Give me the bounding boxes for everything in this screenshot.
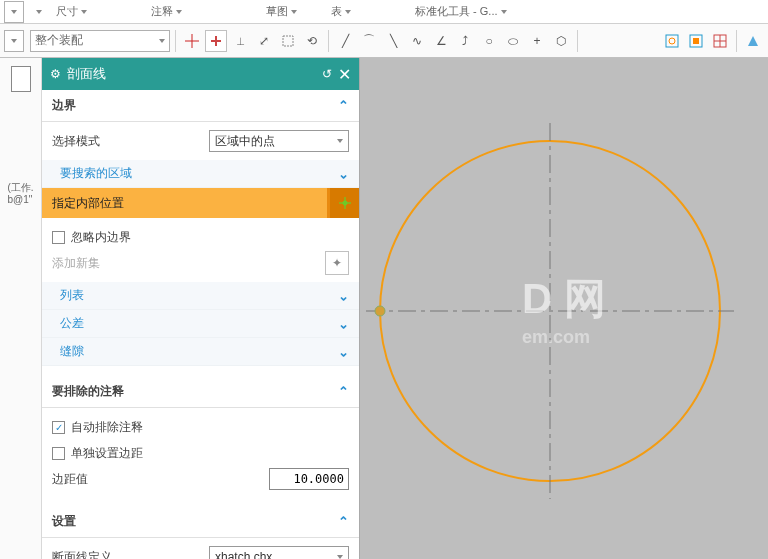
- tool-plus-icon[interactable]: [205, 30, 227, 52]
- auto-exclude-checkbox[interactable]: ✓: [52, 421, 65, 434]
- svg-rect-4: [283, 36, 293, 46]
- svg-marker-12: [748, 36, 758, 46]
- panel-header: ⚙ 剖面线 ↺ ✕: [42, 58, 359, 90]
- ribbon-tab-annotation[interactable]: 注释: [145, 2, 188, 21]
- add-newset-label: 添加新集: [52, 255, 100, 272]
- tool-line-icon[interactable]: ╱: [334, 30, 356, 52]
- tool-angle2-icon[interactable]: ∠: [430, 30, 452, 52]
- margin-input[interactable]: [269, 468, 349, 490]
- page-thumb-icon[interactable]: [11, 66, 31, 92]
- tool-ellipse-icon[interactable]: ⬭: [502, 30, 524, 52]
- tool-curve-icon[interactable]: ⤴: [454, 30, 476, 52]
- add-newset-button[interactable]: ✦: [325, 251, 349, 275]
- tool-tangent-icon[interactable]: ⤢: [253, 30, 275, 52]
- list-item[interactable]: 列表⌃: [42, 282, 359, 310]
- specify-inner-label: 指定内部位置: [42, 195, 327, 212]
- chevron-up-icon: ⌃: [338, 514, 349, 529]
- reset-icon[interactable]: ↺: [322, 67, 332, 81]
- tolerance-item[interactable]: 公差⌃: [42, 310, 359, 338]
- specify-inner-button[interactable]: [327, 188, 359, 218]
- view-grid-icon[interactable]: [709, 30, 731, 52]
- tool-select-rect-icon[interactable]: [277, 30, 299, 52]
- gear-icon: ⚙: [50, 67, 61, 81]
- ribbon-tabs: 尺寸 注释 草图 表 标准化工具 - G...: [0, 0, 768, 24]
- toolbar: 整个装配 ⟂ ⤢ ⟲ ╱ ⌒ ╲ ∿ ∠ ⤴ ○ ⬭ + ⬡: [0, 24, 768, 58]
- ribbon-tab-0[interactable]: [30, 8, 48, 16]
- ribbon-tab-stdtools[interactable]: 标准化工具 - G...: [409, 2, 513, 21]
- indiv-margin-checkbox[interactable]: [52, 447, 65, 460]
- panel-title: 剖面线: [67, 65, 316, 83]
- view-style-icon[interactable]: [742, 30, 764, 52]
- chevron-up-icon: ⌃: [338, 384, 349, 399]
- section-line-panel: ⚙ 剖面线 ↺ ✕ 边界⌃ 选择模式 区域中的点 要搜索的区域⌃ 指定内部位置 …: [42, 58, 360, 559]
- ribbon-dropdown-left[interactable]: [4, 1, 24, 23]
- assembly-select[interactable]: 整个装配: [30, 30, 170, 52]
- section-settings-header[interactable]: 设置⌃: [42, 506, 359, 538]
- section-exclude-header[interactable]: 要排除的注释⌃: [42, 376, 359, 408]
- work-label: (工作. b@1": [5, 178, 35, 210]
- auto-exclude-label: 自动排除注释: [71, 419, 143, 436]
- ribbon-tab-table[interactable]: 表: [325, 2, 357, 21]
- gap-item[interactable]: 缝隙⌃: [42, 338, 359, 366]
- indiv-margin-label: 单独设置边距: [71, 445, 143, 462]
- svg-rect-8: [693, 38, 699, 44]
- left-sidebar: (工作. b@1": [0, 58, 42, 559]
- close-icon[interactable]: ✕: [338, 65, 351, 84]
- ignore-inner-label: 忽略内边界: [71, 229, 131, 246]
- section-boundary-header[interactable]: 边界⌃: [42, 90, 359, 122]
- view-zoom-icon[interactable]: [661, 30, 683, 52]
- sectiondef-dropdown[interactable]: xhatch.chx: [209, 546, 349, 559]
- specify-inner-row: 指定内部位置: [42, 188, 359, 218]
- sectiondef-label: 断面线定义: [52, 549, 112, 560]
- view-layer-icon[interactable]: [685, 30, 707, 52]
- svg-point-19: [375, 306, 385, 316]
- chevron-up-icon: ⌃: [338, 98, 349, 113]
- tool-spline-icon[interactable]: ∿: [406, 30, 428, 52]
- svg-point-6: [669, 38, 675, 44]
- ribbon-tab-size[interactable]: 尺寸: [50, 2, 93, 21]
- tool-crosshair-icon[interactable]: [181, 30, 203, 52]
- toolbar-dropdown-left[interactable]: [4, 30, 24, 52]
- drawing-canvas[interactable]: D 网em.com: [360, 58, 768, 559]
- ignore-inner-checkbox[interactable]: [52, 231, 65, 244]
- margin-label: 边距值: [52, 471, 88, 488]
- tool-circle-icon[interactable]: ○: [478, 30, 500, 52]
- tool-edge-icon[interactable]: ╲: [382, 30, 404, 52]
- tool-point-icon[interactable]: +: [526, 30, 548, 52]
- tool-angle-icon[interactable]: ⟂: [229, 30, 251, 52]
- tool-polygon-icon[interactable]: ⬡: [550, 30, 572, 52]
- ribbon-tab-sketch[interactable]: 草图: [260, 2, 303, 21]
- select-mode-dropdown[interactable]: 区域中的点: [209, 130, 349, 152]
- tool-arc-icon[interactable]: ⌒: [358, 30, 380, 52]
- search-region-item[interactable]: 要搜索的区域⌃: [42, 160, 359, 188]
- tool-rotate-icon[interactable]: ⟲: [301, 30, 323, 52]
- select-mode-label: 选择模式: [52, 133, 100, 150]
- svg-rect-5: [666, 35, 678, 47]
